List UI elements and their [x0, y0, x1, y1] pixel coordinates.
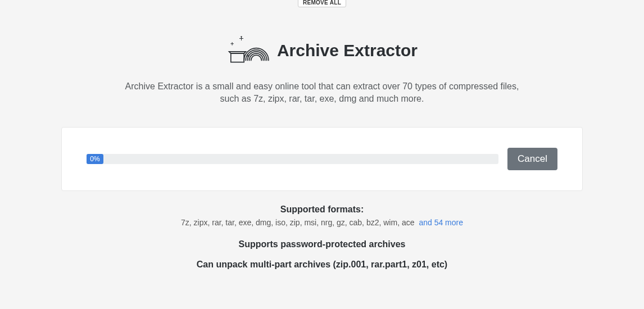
page-subtitle: Archive Extractor is a small and easy on…	[120, 80, 524, 104]
progress-percent-label: 0%	[87, 154, 103, 164]
progress-bar: 0%	[87, 154, 498, 164]
page-title: Archive Extractor	[277, 41, 418, 60]
logo-rainbow-box-icon	[226, 33, 270, 68]
progress-panel: 0% Cancel	[61, 127, 583, 191]
cancel-button[interactable]: Cancel	[507, 148, 557, 170]
svg-rect-0	[231, 53, 244, 62]
supported-formats-heading: Supported formats:	[0, 205, 644, 215]
remove-all-button[interactable]: REMOVE ALL	[298, 0, 346, 7]
and-more-link[interactable]: and 54 more	[419, 218, 463, 227]
supported-formats-list: 7z, zipx, rar, tar, exe, dmg, iso, zip, …	[181, 218, 415, 227]
feature-password-protected: Supports password-protected archives	[0, 239, 644, 249]
feature-multipart: Can unpack multi-part archives (zip.001,…	[0, 260, 644, 270]
